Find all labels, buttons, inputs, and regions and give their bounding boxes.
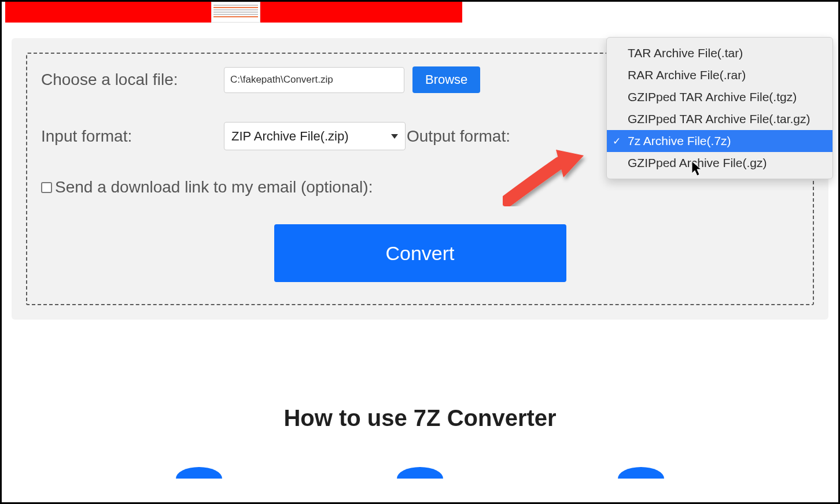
document-thumbnail <box>211 2 260 23</box>
input-format-label: Input format: <box>41 127 224 146</box>
input-format-value: ZIP Archive File(.zip) <box>231 129 349 144</box>
how-to-heading: How to use 7Z Converter <box>2 405 838 431</box>
send-email-label: Send a download link to my email (option… <box>55 178 373 197</box>
dropdown-item-label: GZIPped TAR Archive File(.tar.gz) <box>628 112 810 125</box>
chevron-down-icon <box>391 134 398 139</box>
convert-button[interactable]: Convert <box>274 224 566 282</box>
step-indicators <box>2 467 838 479</box>
dropdown-item[interactable]: GZIPped TAR Archive File(.tgz) <box>607 86 832 108</box>
browse-button[interactable]: Browse <box>412 66 480 93</box>
file-path-input[interactable] <box>224 67 404 93</box>
input-format-select[interactable]: ZIP Archive File(.zip) <box>224 122 406 150</box>
choose-file-label: Choose a local file: <box>41 71 224 89</box>
step-circle <box>176 467 222 479</box>
dropdown-item[interactable]: TAR Archive File(.tar) <box>607 42 832 64</box>
step-circle <box>397 467 443 479</box>
send-email-checkbox[interactable] <box>41 182 52 193</box>
annotation-arrow-icon <box>503 143 590 206</box>
dropdown-item-label: 7z Archive File(.7z) <box>628 134 731 147</box>
cursor-icon <box>691 161 704 177</box>
dropdown-item[interactable]: GZIPped TAR Archive File(.tar.gz) <box>607 108 832 130</box>
step-circle <box>618 467 664 479</box>
banner <box>5 2 462 23</box>
dropdown-item-label: RAR Archive File(.rar) <box>628 68 746 81</box>
dropdown-item[interactable]: GZIPped Archive File(.gz) <box>607 152 832 174</box>
output-format-label: Output format: <box>407 127 510 146</box>
check-icon: ✓ <box>613 135 621 147</box>
dropdown-item-label: GZIPped TAR Archive File(.tgz) <box>628 90 797 103</box>
output-format-dropdown[interactable]: TAR Archive File(.tar)RAR Archive File(.… <box>606 37 833 179</box>
dropdown-item-label: TAR Archive File(.tar) <box>628 46 743 60</box>
dropdown-item[interactable]: RAR Archive File(.rar) <box>607 64 832 86</box>
dropdown-item[interactable]: ✓7z Archive File(.7z) <box>607 130 832 152</box>
